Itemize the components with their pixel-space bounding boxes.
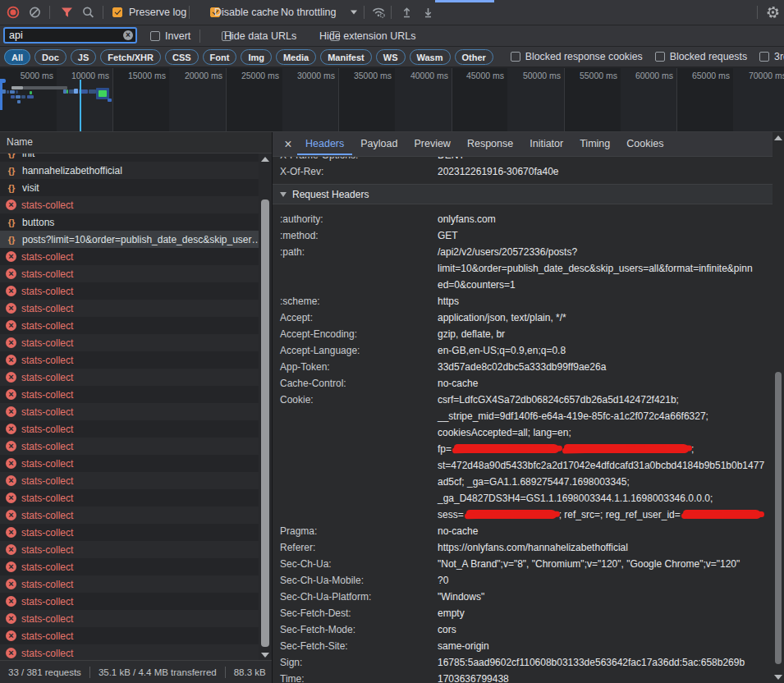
filter-input[interactable] <box>3 27 137 44</box>
filter-chip-all[interactable]: All <box>4 49 30 65</box>
tab-initiator[interactable]: Initiator <box>521 133 571 155</box>
header-value-line: st=472d48a90d5433bfc2a2d17042e4dfdcafd31… <box>438 457 773 474</box>
request-row[interactable]: ×stats-collect <box>0 575 272 593</box>
request-row[interactable]: {}visit <box>0 179 272 196</box>
detail-scrollbar[interactable] <box>773 132 784 683</box>
header-name: X-Of-Rev: <box>280 163 438 180</box>
scroll-down-icon[interactable] <box>261 653 269 658</box>
request-row[interactable]: ×stats-collect <box>0 403 272 420</box>
request-row[interactable]: {}posts?limit=10&order=publish_date_desc… <box>0 231 272 248</box>
request-row[interactable]: ×stats-collect <box>0 610 272 627</box>
request-row[interactable]: ×stats-collect <box>0 317 272 334</box>
scrollbar-thumb[interactable] <box>775 372 782 664</box>
request-name: stats-collect <box>21 337 272 349</box>
request-row[interactable]: ×stats-collect <box>0 472 272 489</box>
tab-payload[interactable]: Payload <box>352 133 406 155</box>
scroll-up-icon[interactable] <box>261 157 269 162</box>
request-type-filters: AllDocJSFetch/XHRCSSFontImgMediaManifest… <box>0 47 784 67</box>
close-icon[interactable]: × <box>279 137 297 152</box>
export-har-icon[interactable] <box>422 7 434 19</box>
request-row[interactable]: ×stats-collect <box>0 455 272 472</box>
filter-chip-manifest[interactable]: Manifest <box>320 49 372 65</box>
request-row[interactable]: ×stats-collect <box>0 627 272 644</box>
clear-icon[interactable] <box>29 7 41 19</box>
header-value-text: cors <box>438 624 456 635</box>
request-row[interactable]: ×stats-collect <box>0 524 272 541</box>
filter-chip-doc[interactable]: Doc <box>34 49 66 65</box>
header-name: Cookie: <box>280 392 438 408</box>
request-row[interactable]: ×stats-collect <box>0 282 272 300</box>
scroll-down-icon[interactable] <box>774 675 782 680</box>
request-row[interactable]: ×stats-collect <box>0 300 272 317</box>
throttling-select[interactable]: No throttling <box>281 7 336 18</box>
request-row[interactable]: {}init <box>0 154 272 162</box>
filter-checkbox-label: Blocked response cookies <box>525 51 643 62</box>
invert-checkbox[interactable] <box>150 31 160 41</box>
header-value: csrf=LdfcGX4Sa72db06824c657db26a5d142472… <box>438 392 773 523</box>
tab-cookies[interactable]: Cookies <box>618 133 672 155</box>
filter-chip-img[interactable]: Img <box>241 49 272 65</box>
request-row[interactable]: ×stats-collect <box>0 369 272 386</box>
waterfall-bar <box>99 90 107 97</box>
chevron-down-icon[interactable] <box>351 11 357 15</box>
request-row[interactable]: ×stats-collect <box>0 489 272 507</box>
request-row[interactable]: ×stats-collect <box>0 541 272 558</box>
settings-gear-icon[interactable] <box>766 6 780 20</box>
filter-chip-font[interactable]: Font <box>203 49 237 65</box>
record-icon[interactable] <box>7 6 20 19</box>
request-row[interactable]: {}hannahelizabethofficial <box>0 162 272 179</box>
tab-timing[interactable]: Timing <box>571 133 618 155</box>
filter-chip-css[interactable]: CSS <box>165 49 199 65</box>
waterfall-bar <box>17 100 21 103</box>
filter-chip-js[interactable]: JS <box>71 49 96 65</box>
request-row[interactable]: ×stats-collect <box>0 196 272 213</box>
tab-headers[interactable]: Headers <box>297 133 352 155</box>
header-name: Sec-Fetch-Site: <box>280 638 438 654</box>
filter-chip-other[interactable]: Other <box>455 49 493 65</box>
request-row[interactable]: {}buttons <box>0 213 272 231</box>
scrollbar-thumb[interactable] <box>261 199 269 647</box>
clear-filter-icon[interactable]: × <box>123 30 133 40</box>
tab-preview[interactable]: Preview <box>406 133 458 155</box>
overview-range-grip-cap[interactable] <box>0 79 6 83</box>
request-row[interactable]: ×stats-collect <box>0 644 272 661</box>
request-row[interactable]: ×stats-collect <box>0 265 272 282</box>
request-row[interactable]: ×stats-collect <box>0 334 272 351</box>
timeline-tick-label: 25000 ms <box>223 71 279 80</box>
request-list-scrollbar[interactable] <box>259 154 272 661</box>
checkbox-icon[interactable] <box>511 52 520 62</box>
request-row[interactable]: ×stats-collect <box>0 248 272 265</box>
filter-input-wrap: × <box>3 27 137 44</box>
filter-chip-wasm[interactable]: Wasm <box>410 49 451 65</box>
tab-response[interactable]: Response <box>459 133 521 155</box>
request-row[interactable]: ×stats-collect <box>0 438 272 455</box>
request-row[interactable]: ×stats-collect <box>0 420 272 438</box>
toolbar-divider <box>189 6 190 19</box>
filter-chip-media[interactable]: Media <box>276 49 316 65</box>
import-har-icon[interactable] <box>401 7 413 19</box>
name-column-header[interactable]: Name <box>0 132 272 154</box>
filter-funnel-icon[interactable] <box>61 7 73 18</box>
request-row[interactable]: ×stats-collect <box>0 386 272 403</box>
request-list-panel: Name {}init{}hannahelizabethofficial{}vi… <box>0 132 272 683</box>
failed-request-icon: × <box>6 441 16 452</box>
filter-chip-ws[interactable]: WS <box>376 49 406 65</box>
scroll-up-icon[interactable] <box>774 135 782 140</box>
search-icon[interactable] <box>82 7 94 19</box>
request-row[interactable]: ×stats-collect <box>0 507 272 524</box>
header-row: Time:1703636799438 <box>273 671 773 683</box>
header-value-text: https <box>438 296 459 307</box>
request-row[interactable]: ×stats-collect <box>0 351 272 369</box>
preserve-log-checkbox[interactable] <box>112 7 122 17</box>
request-headers-section-header[interactable]: Request Headers <box>273 185 773 204</box>
request-row[interactable]: ×stats-collect <box>0 593 272 610</box>
overview-range-grip[interactable] <box>0 79 2 110</box>
fetch-xhr-icon: {} <box>6 183 17 193</box>
network-conditions-icon[interactable] <box>371 7 387 19</box>
timeline-overview[interactable]: 5000 ms10000 ms15000 ms20000 ms25000 ms3… <box>0 68 784 132</box>
checkbox-icon[interactable] <box>655 52 665 62</box>
header-value-line: GET <box>438 227 773 244</box>
checkbox-icon[interactable] <box>759 52 769 62</box>
filter-chip-fetch-xhr[interactable]: Fetch/XHR <box>100 49 161 65</box>
request-row[interactable]: ×stats-collect <box>0 558 272 575</box>
